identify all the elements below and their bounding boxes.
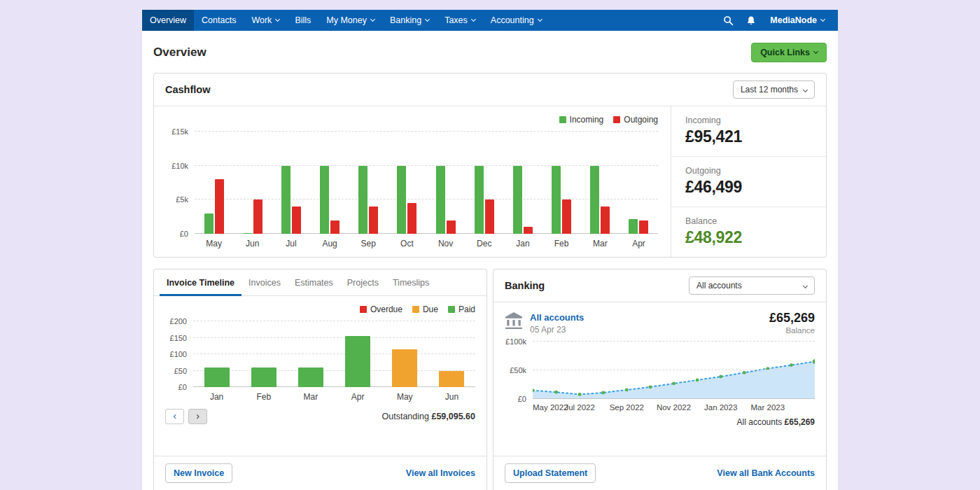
x-tick-label: May [195,239,233,248]
banking-plot [533,342,815,399]
nav-contacts-label: Contacts [202,15,236,25]
bar-outgoing [601,206,610,234]
quick-links-button[interactable]: Quick Links [751,43,827,62]
cashflow-period-select[interactable]: Last 12 months [733,80,815,99]
view-all-invoices-link[interactable]: View all Invoices [406,468,475,478]
cashflow-card: Cashflow Last 12 months Incoming Outgoin… [153,73,827,258]
bank-account-names: All accounts 05 Apr 23 [530,311,762,335]
bank-account-row: All accounts 05 Apr 23 £65,269 Balance [505,311,815,335]
bar-outgoing [524,227,533,234]
cashflow-legend: Incoming Outgoing [167,115,658,125]
cashflow-x-axis: MayJunJulAugSepOctNovDecJanFebMarApr [195,239,658,248]
data-point-dot [625,388,629,391]
cashflow-title: Cashflow [165,84,210,95]
bar-group-jan [204,321,230,387]
legend-overdue: Overdue [360,304,402,314]
chevron-down-icon [370,16,375,21]
bar-incoming [243,233,252,234]
invoice-card-footer: New Invoice View all Invoices [154,456,486,490]
nav-bills-label: Bills [295,15,311,25]
bar-incoming [281,166,290,234]
x-tick-label: Apr [620,239,658,248]
bank-account-date: 05 Apr 23 [530,325,762,335]
search-icon[interactable] [717,10,740,31]
bar-group-nov [436,132,456,234]
account-menu[interactable]: MediaNode [762,10,832,31]
nav-banking[interactable]: Banking [382,10,437,31]
x-tick-label: Mar [287,392,334,402]
prev-page-button[interactable]: ‹ [165,409,184,424]
tab-invoices[interactable]: Invoices [241,270,288,296]
nav-taxes-label: Taxes [444,15,468,25]
tab-invoice-timeline-label: Invoice Timeline [167,278,234,288]
nav-accounting[interactable]: Accounting [483,10,550,31]
outstanding-label: Outstanding [382,412,429,421]
bar-groups [195,132,658,234]
chevron-down-icon [803,87,808,92]
bar-due [439,371,464,388]
chevron-down-icon [471,16,476,21]
chevron-down-icon [275,16,280,21]
banking-chart-grid: £100k£50k£0 [505,342,815,399]
x-tick-label: Dec [465,239,503,248]
tab-timeslips[interactable]: Timeslips [386,270,436,296]
bar-group-aug [320,132,340,234]
bar-incoming [204,214,214,234]
page-title: Overview [153,46,206,59]
invoice-legend: Overdue Due Paid [165,304,475,314]
bar-group-oct [397,132,416,234]
upload-statement-button[interactable]: Upload Statement [505,463,596,483]
bar-outgoing [447,220,456,234]
banking-card-header: Banking All accounts [493,270,826,302]
tab-timeslips-label: Timeslips [393,278,429,288]
banking-card-body: All accounts 05 Apr 23 £65,269 Balance £… [493,302,826,456]
bar-incoming [552,166,561,234]
chevron-down-icon [538,16,542,21]
legend-swatch-outgoing [613,116,620,123]
tab-estimates[interactable]: Estimates [288,270,340,296]
nav-my-money[interactable]: My Money [318,10,382,31]
bar-group-feb [552,132,571,234]
tab-projects[interactable]: Projects [340,270,386,296]
stat-outgoing-value: £46,499 [685,178,812,197]
invoice-x-axis: JanFebMarAprMayJun [193,392,475,402]
banking-account-select-value: All accounts [696,281,742,290]
x-tick-label: Mar 2023 [751,403,785,412]
x-tick-label: Jul 2022 [564,403,594,412]
quick-links-label: Quick Links [760,48,810,57]
data-point-dot [719,375,722,379]
nav-overview[interactable]: Overview [142,10,194,31]
top-navigation: Overview Contacts Work Bills My Money Ba… [142,10,838,31]
bar-outgoing [562,200,571,234]
all-accounts-link[interactable]: All accounts [530,312,584,323]
cashflow-stats-panel: Incoming £95,421 Outgoing £46,499 Balanc… [671,106,826,257]
view-all-bank-accounts-link[interactable]: View all Bank Accounts [717,468,815,478]
gridline [533,341,815,342]
tab-invoice-timeline[interactable]: Invoice Timeline [160,270,241,296]
invoice-chart-grid: £200£150£100£50£0 [165,321,475,387]
bar-incoming [590,166,599,234]
x-tick-label: Jun [233,239,272,248]
x-tick-label: Jan [193,392,240,402]
bar-outgoing [485,200,494,234]
banking-title: Banking [505,280,545,291]
chevron-down-icon [813,48,818,53]
nav-bills[interactable]: Bills [287,10,318,31]
new-invoice-button[interactable]: New Invoice [165,463,232,483]
x-tick-label: Jan [503,239,542,248]
bar-group-sep [358,132,378,234]
notifications-bell-icon[interactable] [740,10,762,31]
stat-balance-label: Balance [685,216,812,226]
x-tick-label: Feb [240,392,287,402]
x-tick-label: Mar [581,239,620,248]
chevron-down-icon [425,16,430,21]
next-page-button[interactable]: › [188,409,207,424]
cashflow-plot [195,132,658,234]
nav-taxes[interactable]: Taxes [437,10,483,31]
nav-contacts[interactable]: Contacts [194,10,244,31]
nav-right: MediaNode [717,10,838,31]
bar-paid [298,368,323,387]
banking-account-select[interactable]: All accounts [689,276,815,295]
bar-paid [345,336,370,387]
nav-work[interactable]: Work [244,10,287,31]
